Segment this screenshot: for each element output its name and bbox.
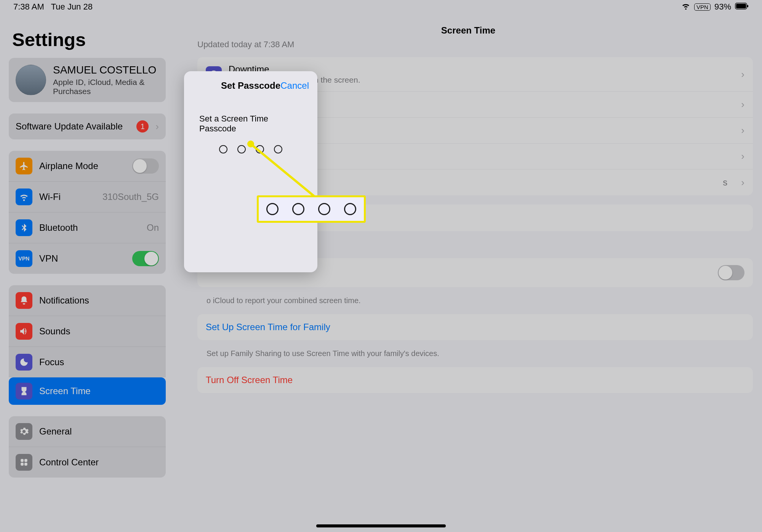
- screen-time-icon: [16, 383, 32, 399]
- bluetooth-row[interactable]: Bluetooth On: [9, 212, 166, 243]
- svg-rect-2: [747, 5, 748, 7]
- callout-highlight: [257, 195, 366, 223]
- passcode-popup: Set Passcode Cancel Set a Screen Time Pa…: [184, 71, 317, 272]
- wifi-icon: [681, 2, 690, 12]
- sounds-row[interactable]: Sounds: [9, 316, 166, 347]
- chevron-right-icon: ›: [741, 150, 744, 162]
- svg-rect-4: [24, 459, 27, 462]
- airplane-mode-row[interactable]: Airplane Mode: [9, 151, 166, 182]
- bluetooth-icon: [16, 219, 32, 236]
- chevron-right-icon: ›: [741, 69, 744, 80]
- chevron-right-icon: ›: [741, 99, 744, 110]
- status-time: 7:38 AM: [13, 2, 44, 11]
- profile-name: SAMUEL COSTELLO: [53, 64, 159, 76]
- general-icon: [16, 423, 32, 440]
- vpn-toggle[interactable]: [132, 251, 159, 266]
- turnoff-link[interactable]: Turn Off Screen Time: [206, 375, 293, 385]
- wifi-settings-icon: [16, 189, 32, 205]
- software-update-label: Software Update Available: [16, 121, 130, 132]
- control-center-row[interactable]: Control Center: [9, 447, 166, 478]
- svg-rect-1: [736, 4, 746, 8]
- cancel-button[interactable]: Cancel: [280, 80, 309, 91]
- vpn-row[interactable]: VPN VPN: [9, 243, 166, 274]
- passcode-dot: [237, 145, 246, 153]
- status-date: Tue Jun 28: [51, 2, 93, 11]
- family-link[interactable]: Set Up Screen Time for Family: [206, 322, 330, 332]
- share-toggle[interactable]: [718, 265, 744, 280]
- passcode-dot: [274, 145, 282, 153]
- avatar: [16, 65, 46, 95]
- focus-row[interactable]: Focus: [9, 347, 166, 377]
- wifi-value: 310South_5G: [102, 192, 159, 202]
- attention-group: Notifications Sounds Focus: [9, 285, 166, 377]
- popup-subtitle: Set a Screen Time Passcode: [184, 106, 317, 145]
- chevron-right-icon: ›: [741, 125, 744, 136]
- share-footnote: o iCloud to report your combined screen …: [174, 296, 762, 314]
- status-left: 7:38 AM Tue Jun 28: [13, 2, 93, 12]
- system-group: General Control Center: [9, 416, 166, 478]
- passcode-dot-zoom: [318, 203, 330, 215]
- passcode-dot-zoom: [292, 203, 304, 215]
- updated-text: Updated today at 7:38 AM: [174, 40, 762, 57]
- sounds-icon: [16, 323, 32, 340]
- passcode-dot: [219, 145, 227, 153]
- vpn-icon: VPN: [16, 250, 32, 267]
- passcode-dot: [256, 145, 264, 153]
- wifi-row[interactable]: Wi-Fi 310South_5G: [9, 182, 166, 212]
- bluetooth-value: On: [147, 222, 159, 233]
- status-right: VPN 93%: [681, 2, 749, 12]
- family-card[interactable]: Set Up Screen Time for Family: [197, 314, 753, 340]
- chevron-right-icon: ›: [741, 177, 744, 189]
- focus-icon: [16, 354, 32, 371]
- update-card[interactable]: Software Update Available 1 ›: [9, 113, 166, 139]
- popup-title: Set Passcode: [221, 80, 280, 91]
- screen-time-row[interactable]: Screen Time: [9, 377, 166, 405]
- general-row[interactable]: General: [9, 416, 166, 447]
- battery-icon: [735, 2, 749, 12]
- notifications-icon: [16, 292, 32, 309]
- passcode-dot-zoom: [344, 203, 356, 215]
- notifications-row[interactable]: Notifications: [9, 285, 166, 316]
- airplane-toggle[interactable]: [132, 158, 159, 174]
- control-center-icon: [16, 454, 32, 471]
- profile-sub: Apple ID, iCloud, Media & Purchases: [53, 78, 159, 96]
- main-header: Screen Time: [174, 14, 762, 40]
- family-footnote: Set up Family Sharing to use Screen Time…: [174, 349, 762, 367]
- profile-card[interactable]: SAMUEL COSTELLO Apple ID, iCloud, Media …: [9, 58, 166, 102]
- connectivity-group: Airplane Mode Wi-Fi 310South_5G Bluetoot…: [9, 151, 166, 274]
- svg-rect-6: [24, 463, 27, 466]
- home-indicator[interactable]: [316, 524, 446, 527]
- split-view: Settings SAMUEL COSTELLO Apple ID, iClou…: [0, 0, 762, 532]
- sidebar: Settings SAMUEL COSTELLO Apple ID, iClou…: [0, 14, 174, 532]
- svg-rect-5: [21, 463, 24, 466]
- page-title: Settings: [0, 14, 174, 58]
- passcode-dot-zoom: [266, 203, 279, 215]
- airplane-icon: [16, 158, 32, 174]
- battery-percent: 93%: [714, 2, 731, 12]
- passcode-dots[interactable]: [184, 145, 317, 153]
- update-badge: 1: [136, 120, 149, 133]
- vpn-indicator: VPN: [694, 3, 711, 11]
- turnoff-card[interactable]: Turn Off Screen Time: [197, 367, 753, 393]
- status-bar: 7:38 AM Tue Jun 28 VPN 93%: [0, 0, 762, 14]
- chevron-right-icon: ›: [155, 121, 159, 133]
- svg-rect-3: [21, 459, 24, 462]
